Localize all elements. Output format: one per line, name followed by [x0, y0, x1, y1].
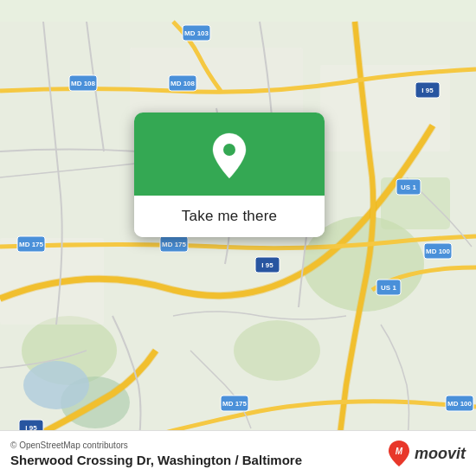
- svg-text:US 1: US 1: [401, 183, 416, 191]
- map-container: MD 103 MD 108 MD 108 MD 175 MD 175 MD 17…: [0, 0, 476, 476]
- take-me-there-button[interactable]: Take me there: [134, 196, 325, 237]
- svg-text:MD 108: MD 108: [170, 80, 196, 87]
- svg-text:US 1: US 1: [381, 284, 396, 292]
- svg-point-36: [223, 144, 235, 156]
- svg-text:MD 108: MD 108: [71, 80, 96, 87]
- osm-attribution: © OpenStreetMap contributors: [10, 441, 302, 450]
- location-pin-icon: [209, 132, 250, 180]
- svg-point-9: [23, 361, 89, 409]
- svg-text:M: M: [396, 447, 403, 456]
- popup-card: Take me there: [134, 113, 325, 237]
- bottom-left: © OpenStreetMap contributors Sherwood Cr…: [10, 441, 302, 467]
- svg-point-4: [234, 320, 320, 381]
- svg-text:MD 175: MD 175: [222, 400, 248, 408]
- svg-text:MD 175: MD 175: [162, 241, 187, 248]
- svg-text:I 95: I 95: [261, 261, 273, 269]
- svg-text:MD 103: MD 103: [184, 29, 209, 37]
- location-title: Sherwood Crossing Dr, Washington / Balti…: [10, 453, 302, 467]
- bottom-bar: © OpenStreetMap contributors Sherwood Cr…: [0, 430, 476, 476]
- svg-text:I 95: I 95: [421, 87, 434, 94]
- map-background: MD 103 MD 108 MD 108 MD 175 MD 175 MD 17…: [0, 0, 476, 476]
- svg-text:MD 175: MD 175: [19, 241, 44, 248]
- moovit-icon: M: [387, 440, 411, 467]
- moovit-text: moovit: [415, 445, 466, 463]
- moovit-logo: M moovit: [387, 440, 466, 467]
- svg-text:MD 100: MD 100: [426, 248, 451, 255]
- popup-header: [134, 113, 325, 196]
- svg-text:MD 100: MD 100: [447, 400, 473, 408]
